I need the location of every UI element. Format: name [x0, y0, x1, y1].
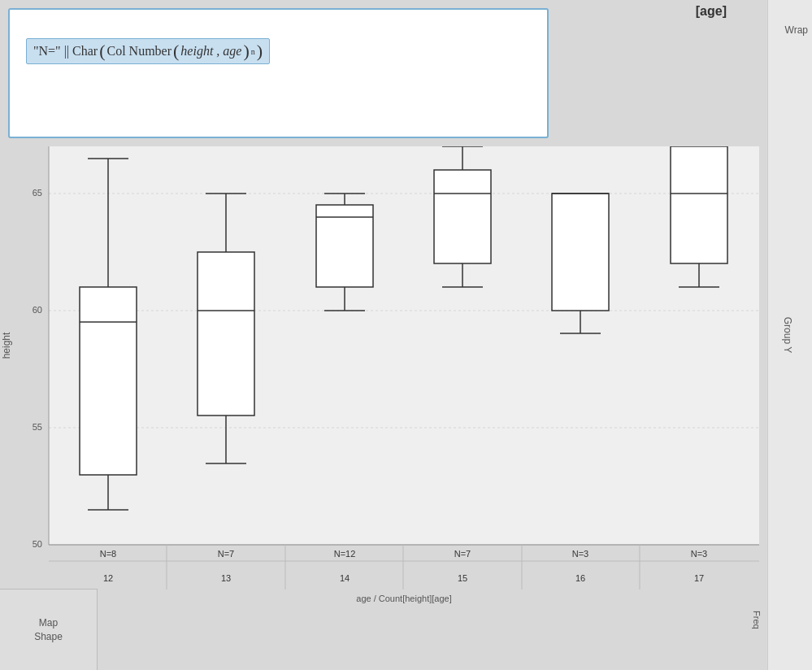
- svg-rect-21: [198, 252, 254, 415]
- map-label-line2: Shape: [34, 630, 63, 644]
- svg-text:65: 65: [33, 188, 42, 198]
- svg-text:N=3: N=3: [691, 549, 708, 559]
- formula-text: "N=" || Char ( Col Number ( height , age…: [26, 38, 531, 64]
- freq-label: Freq: [752, 611, 762, 629]
- svg-text:height: height: [1, 332, 12, 359]
- svg-text:55: 55: [33, 422, 42, 432]
- svg-text:N=7: N=7: [454, 549, 471, 559]
- boxplot-chart: height 50 55 60 65: [0, 146, 767, 642]
- svg-rect-38: [552, 194, 609, 311]
- svg-rect-15: [80, 287, 137, 475]
- map-label-line1: Map: [39, 616, 58, 630]
- svg-rect-43: [671, 146, 727, 263]
- svg-text:15: 15: [458, 573, 467, 583]
- group-y-label: Group Y: [782, 317, 793, 353]
- formula-inner-close: ): [243, 42, 249, 60]
- svg-rect-33: [434, 170, 491, 263]
- svg-text:13: 13: [221, 573, 231, 583]
- map-shape-panel: Map Shape: [0, 589, 98, 670]
- formula-args: height , age: [180, 44, 241, 59]
- formula-inner-open: (: [173, 42, 179, 60]
- svg-rect-0: [49, 146, 759, 545]
- formula-highlight: "N=" || Char ( Col Number ( height , age…: [26, 38, 270, 64]
- svg-text:60: 60: [33, 305, 42, 315]
- formula-bracket-open: (: [99, 42, 105, 60]
- formula-bracket-close: ): [257, 42, 263, 60]
- page-title: [age]: [692, 0, 731, 23]
- svg-text:N=7: N=7: [218, 549, 235, 559]
- svg-text:14: 14: [340, 573, 350, 583]
- formula-prefix: "N=" || Char: [33, 44, 98, 59]
- formula-subscript: n: [251, 47, 255, 56]
- formula-func: Col Number: [106, 44, 172, 59]
- svg-text:16: 16: [575, 573, 585, 583]
- svg-text:17: 17: [694, 573, 704, 583]
- svg-text:N=12: N=12: [334, 549, 356, 559]
- right-sidebar: Wrap Group Y: [767, 0, 812, 670]
- svg-text:N=3: N=3: [572, 549, 589, 559]
- wrap-label: Wrap: [785, 24, 808, 36]
- formula-box: "N=" || Char ( Col Number ( height , age…: [8, 8, 549, 138]
- svg-text:12: 12: [103, 573, 113, 583]
- main-container: [age] "N=" || Char ( Col Number ( height…: [0, 0, 812, 670]
- svg-text:50: 50: [33, 539, 42, 549]
- svg-text:age / Count[height][age]: age / Count[height][age]: [356, 594, 451, 603]
- svg-text:N=8: N=8: [100, 549, 117, 559]
